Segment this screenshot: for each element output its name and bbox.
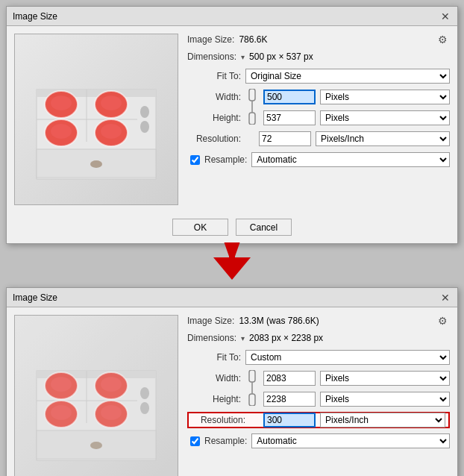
dimensions-arrow-icon-bottom: ▾ xyxy=(241,334,245,342)
svg-point-19 xyxy=(140,121,149,133)
dialog-footer-top: OK Cancel xyxy=(7,213,457,243)
height-input-bottom[interactable] xyxy=(263,392,316,407)
svg-rect-46 xyxy=(249,394,255,406)
width-label-bottom: Width: xyxy=(187,373,241,383)
svg-rect-21 xyxy=(249,113,255,125)
svg-point-30 xyxy=(51,377,72,392)
svg-point-42 xyxy=(90,442,102,449)
height-label-top: Height: xyxy=(187,113,241,123)
fit-to-label-bottom: Fit To: xyxy=(187,352,241,363)
chain-link-icon-bottom xyxy=(245,370,259,406)
gear-icon-top[interactable]: ⚙ xyxy=(438,34,450,46)
svg-rect-45 xyxy=(249,370,255,382)
width-row-top: Width: Pixels Inches Centimeters xyxy=(187,89,450,105)
width-label-top: Width: xyxy=(187,92,241,102)
svg-point-5 xyxy=(51,95,72,110)
image-size-row-bottom: Image Size: 13.3M (was 786.6K) ⚙ xyxy=(187,315,450,327)
close-button-bottom[interactable]: ✕ xyxy=(439,292,451,304)
dialog-title-top: Image Size xyxy=(13,11,57,22)
image-size-label-top: Image Size: xyxy=(187,34,234,45)
controls-panel-bottom: Image Size: 13.3M (was 786.6K) ⚙ Dimensi… xyxy=(187,315,450,476)
svg-point-9 xyxy=(51,124,72,139)
svg-point-44 xyxy=(140,402,149,414)
svg-point-17 xyxy=(90,160,102,168)
resolution-unit-select-top[interactable]: Pixels/Inch Pixels/Centimeter xyxy=(316,131,450,146)
width-input-bottom[interactable] xyxy=(263,371,316,386)
fit-to-label-top: Fit To: xyxy=(187,71,241,81)
dimensions-arrow-icon-top: ▾ xyxy=(241,53,245,61)
apple-image-top xyxy=(15,34,178,204)
width-row-bottom: Width: Pixels Inches xyxy=(187,370,450,386)
dimensions-value-top: 500 px × 537 px xyxy=(249,51,313,62)
gear-icon-bottom[interactable]: ⚙ xyxy=(438,315,450,327)
fit-to-select-top[interactable]: Original Size Custom Web xyxy=(245,69,450,84)
svg-rect-20 xyxy=(249,89,255,101)
dialog-content-bottom: Image Size: 13.3M (was 786.6K) ⚙ Dimensi… xyxy=(7,307,457,476)
resolution-row-bottom: Resolution: Pixels/Inch Pixels/Centimete… xyxy=(187,412,450,428)
resample-select-bottom[interactable]: Automatic Preserve Details xyxy=(251,433,450,448)
cancel-button-top[interactable]: Cancel xyxy=(236,219,292,236)
down-arrow-icon xyxy=(202,242,262,284)
fit-to-select-bottom[interactable]: Original Size Custom Web xyxy=(245,350,450,365)
fit-to-row-bottom: Fit To: Original Size Custom Web xyxy=(187,349,450,366)
svg-point-18 xyxy=(140,106,149,118)
dimensions-value-bottom: 2083 px × 2238 px xyxy=(249,333,323,343)
resample-select-top[interactable]: Automatic Preserve Details Bicubic Smoot… xyxy=(251,152,450,167)
width-unit-select-top[interactable]: Pixels Inches Centimeters xyxy=(320,90,450,104)
image-size-row-top: Image Size: 786.6K ⚙ xyxy=(187,34,450,46)
fit-to-row-top: Fit To: Original Size Custom Web xyxy=(187,68,450,84)
svg-point-34 xyxy=(51,405,72,420)
image-size-value-bottom: 13.3M (was 786.6K) xyxy=(239,316,319,326)
resample-row-bottom: Resample: Automatic Preserve Details xyxy=(187,433,450,449)
ok-button-top[interactable]: OK xyxy=(172,219,228,236)
svg-marker-24 xyxy=(213,257,251,280)
dialog-image-size-bottom: Image Size ✕ xyxy=(6,287,458,476)
height-row-top: Height: Pixels Inches Centimeters xyxy=(187,110,450,126)
height-input-top[interactable] xyxy=(263,110,316,125)
dialog-title-bottom: Image Size xyxy=(13,292,57,303)
height-unit-select-bottom[interactable]: Pixels Inches xyxy=(320,392,450,407)
controls-panel-top: Image Size: 786.6K ⚙ Dimensions: ▾ 500 p… xyxy=(187,34,450,205)
arrow-container xyxy=(0,244,464,281)
dialog-image-size-top: Image Size ✕ xyxy=(6,6,458,244)
resolution-row-top: Resolution: Pixels/Inch Pixels/Centimete… xyxy=(187,131,450,147)
dialog-content-top: Image Size: 786.6K ⚙ Dimensions: ▾ 500 p… xyxy=(7,26,457,213)
height-row-bottom: Height: Pixels Inches xyxy=(187,391,450,407)
resolution-label-top: Resolution: xyxy=(187,134,241,144)
resolution-label-bottom: Resolution: xyxy=(192,415,245,425)
resample-label-top: Resample: xyxy=(204,154,247,165)
chain-link-icon-top xyxy=(245,89,259,125)
dimensions-row-bottom: Dimensions: ▾ 2083 px × 2238 px xyxy=(187,333,450,343)
width-unit-select-bottom[interactable]: Pixels Inches xyxy=(320,371,450,386)
image-preview-bottom xyxy=(14,315,178,476)
resolution-input-top[interactable] xyxy=(259,131,311,146)
titlebar-bottom: Image Size ✕ xyxy=(7,288,457,307)
height-label-bottom: Height: xyxy=(187,394,241,404)
resample-label-bottom: Resample: xyxy=(204,436,247,446)
svg-point-7 xyxy=(101,95,122,110)
resolution-unit-select-bottom[interactable]: Pixels/Inch Pixels/Centimeter xyxy=(320,413,445,428)
svg-point-11 xyxy=(101,124,122,139)
image-size-label-bottom: Image Size: xyxy=(187,316,234,326)
svg-point-36 xyxy=(101,405,122,420)
dimensions-label-bottom: Dimensions: xyxy=(187,333,236,343)
apple-image-bottom xyxy=(15,316,178,476)
resolution-input-bottom[interactable] xyxy=(263,413,316,428)
dimensions-label-top: Dimensions: xyxy=(187,51,236,62)
width-input-top[interactable] xyxy=(263,90,316,104)
resample-checkbox-top[interactable] xyxy=(190,155,200,165)
resample-checkbox-bottom[interactable] xyxy=(190,436,200,446)
svg-point-43 xyxy=(140,387,149,399)
image-preview-top xyxy=(14,34,178,205)
svg-point-32 xyxy=(101,377,122,392)
titlebar-top: Image Size ✕ xyxy=(7,7,457,26)
height-unit-select-top[interactable]: Pixels Inches Centimeters xyxy=(320,110,450,125)
resample-row-top: Resample: Automatic Preserve Details Bic… xyxy=(187,151,450,168)
image-size-value-top: 786.6K xyxy=(239,34,267,45)
dimensions-row-top: Dimensions: ▾ 500 px × 537 px xyxy=(187,51,450,62)
close-button-top[interactable]: ✕ xyxy=(439,10,451,22)
